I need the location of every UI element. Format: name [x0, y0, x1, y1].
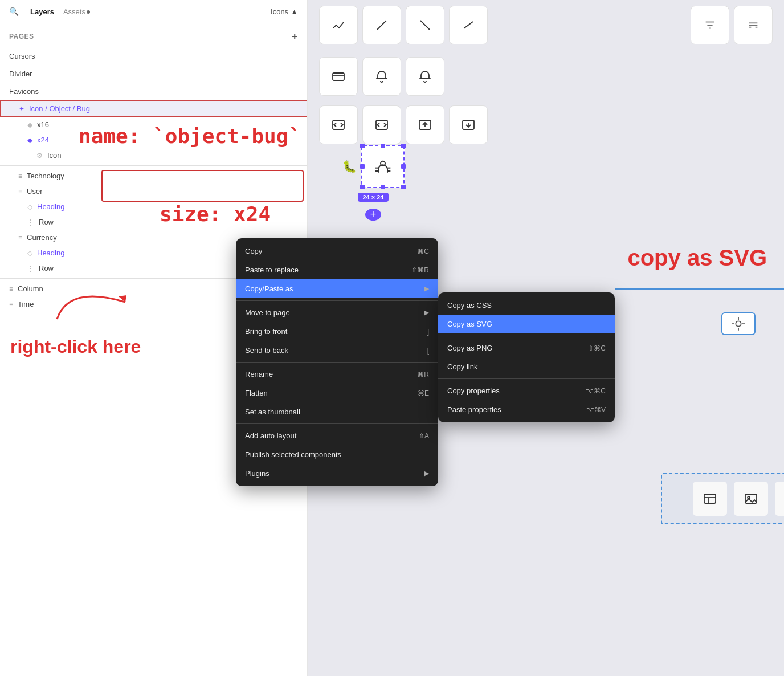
code-bracket-icon-cell-1[interactable]	[319, 105, 358, 144]
download-icon-cell[interactable]	[449, 105, 488, 144]
layer-label: x16	[37, 120, 49, 129]
layer-icon-object-bug[interactable]: ✦ Icon / Object / Bug	[0, 100, 307, 117]
annotation-name: name: `object-bug`	[79, 124, 301, 148]
ctx-publish[interactable]: Publish selected components	[236, 445, 438, 464]
layer-label: Time	[18, 300, 34, 308]
ctx-copy-paste-as[interactable]: Copy/Paste as ▶	[236, 279, 438, 298]
submenu-arrow-icon: ▶	[424, 285, 429, 292]
diagonal-icon-cell[interactable]	[406, 6, 444, 44]
diamond-icon: ◆	[27, 121, 32, 129]
image-icon-cell-1[interactable]	[734, 482, 768, 516]
ctx-bring-front[interactable]: Bring to front ]	[236, 322, 438, 341]
selected-icon-container: 🐛 24 × 24	[339, 148, 407, 217]
table-icon-cell[interactable]	[693, 482, 727, 516]
svg-line-1	[377, 21, 386, 30]
ctx-thumbnail-label: Set as thumbnail	[245, 408, 300, 416]
selected-icon-box[interactable]	[361, 145, 405, 188]
submenu-copy-paste: Copy as CSS Copy as SVG Copy as PNG ⇧⌘C …	[438, 292, 615, 422]
ctx-sep-3	[236, 423, 438, 424]
image-icon-cell-2[interactable]	[775, 482, 784, 516]
icons-dropdown[interactable]: Icons ▲	[271, 7, 298, 16]
line-tool-icon-cell[interactable]	[362, 6, 401, 44]
diamond-icon: ◇	[27, 203, 32, 211]
separator	[0, 165, 307, 166]
filter-btn-2[interactable]	[734, 6, 773, 44]
layer-label: Technology	[27, 172, 64, 180]
ctx-flatten[interactable]: Flatten ⌘E	[236, 384, 438, 402]
sub-copy-props[interactable]: Copy properties ⌥⌘C	[438, 381, 615, 400]
tab-layers[interactable]: Layers	[30, 7, 54, 16]
frame-icon: ≡	[18, 172, 22, 180]
layer-user[interactable]: ≡ User	[0, 184, 307, 199]
ctx-paste-replace[interactable]: Paste to replace ⇧⌘R	[236, 260, 438, 279]
sub-copy-css[interactable]: Copy as CSS	[438, 296, 615, 315]
layer-label: Heading	[37, 202, 64, 211]
sub-copy-svg[interactable]: Copy as SVG	[438, 315, 615, 333]
sub-paste-props[interactable]: Paste properties ⌥⌘V	[438, 400, 615, 419]
ctx-paste-replace-shortcut: ⇧⌘R	[411, 266, 429, 274]
assets-dot	[87, 10, 90, 14]
sub-copy-png[interactable]: Copy as PNG ⇧⌘C	[438, 339, 615, 357]
icons-row-3	[319, 105, 488, 144]
sub-copy-props-label: Copy properties	[447, 386, 500, 395]
size-badge: 24 × 24	[358, 193, 388, 202]
ctx-copy[interactable]: Copy ⌘C	[236, 242, 438, 260]
tab-assets[interactable]: Assets	[63, 7, 90, 16]
ctx-plugins[interactable]: Plugins ▶	[236, 464, 438, 483]
chevron-up-icon: ▲	[291, 7, 298, 16]
bottom-icons-selection	[661, 473, 784, 524]
arrow-annotation	[34, 262, 148, 331]
submenu-arrow-icon-2: ▶	[424, 309, 429, 316]
add-component-button[interactable]: +	[365, 209, 381, 221]
ctx-rename-shortcut: ⌘R	[417, 370, 429, 378]
layer-label: Icon / Object / Bug	[29, 104, 90, 113]
layer-label: User	[27, 187, 42, 196]
page-item-cursors[interactable]: Cursors	[0, 47, 307, 65]
filter-btn-1[interactable]	[691, 6, 729, 44]
sub-copy-svg-label: Copy as SVG	[447, 320, 492, 328]
ctx-move-label: Move to page	[245, 308, 290, 317]
upload-icon-cell[interactable]	[406, 105, 444, 144]
context-menu: Copy ⌘C Paste to replace ⇧⌘R Copy/Paste …	[236, 238, 438, 486]
bell-icon-cell-1[interactable]	[362, 57, 401, 96]
ctx-rename-label: Rename	[245, 370, 273, 378]
pen-icon-cell[interactable]	[319, 6, 358, 44]
component-icon: ✦	[19, 105, 24, 113]
credit-card-icon-cell[interactable]	[319, 57, 358, 96]
ctx-send-back[interactable]: Send to back [	[236, 341, 438, 360]
sub-paste-props-label: Paste properties	[447, 405, 501, 414]
sub-copy-link[interactable]: Copy link	[438, 357, 615, 376]
bell-icon-cell-2[interactable]	[406, 57, 444, 96]
submenu-arrow-icon-3: ▶	[424, 470, 429, 477]
annotation-right-click: right-click here	[10, 336, 141, 357]
layer-technology[interactable]: ≡ Technology	[0, 168, 307, 184]
diamond-icon: ◇	[27, 249, 32, 257]
layer-label: Icon	[47, 151, 62, 160]
diamond-filled-icon: ◆	[27, 136, 32, 144]
sub-sep-2	[438, 378, 615, 379]
slash-icon-cell[interactable]	[449, 6, 488, 44]
ctx-auto-layout[interactable]: Add auto layout ⇧A	[236, 426, 438, 445]
component-indicator	[721, 312, 756, 335]
ctx-send-back-label: Send to back	[245, 346, 288, 355]
ctx-auto-layout-shortcut: ⇧A	[419, 432, 429, 440]
add-page-button[interactable]: +	[292, 31, 298, 42]
code-bracket-icon-cell-2[interactable]	[362, 105, 401, 144]
ctx-send-back-shortcut: [	[427, 347, 429, 355]
row-icon: ⋮	[27, 218, 34, 226]
ctx-copy-shortcut: ⌘C	[417, 247, 429, 255]
layer-icon[interactable]: ⚙ Icon	[0, 148, 307, 163]
ctx-rename[interactable]: Rename ⌘R	[236, 365, 438, 384]
layer-label: Heading	[37, 249, 64, 257]
sub-copy-css-label: Copy as CSS	[447, 301, 492, 310]
page-item-favicons[interactable]: Favicons	[0, 83, 307, 100]
sub-copy-png-label: Copy as PNG	[447, 344, 492, 352]
sub-sep-1	[438, 336, 615, 336]
annotation-size: size: x24	[160, 202, 271, 226]
ctx-thumbnail[interactable]: Set as thumbnail	[236, 402, 438, 421]
search-icon[interactable]: 🔍	[9, 7, 19, 16]
ctx-plugins-label: Plugins	[245, 469, 270, 478]
ctx-move-to-page[interactable]: Move to page ▶	[236, 303, 438, 322]
page-item-divider[interactable]: Divider	[0, 65, 307, 83]
filter-icons	[691, 6, 773, 44]
